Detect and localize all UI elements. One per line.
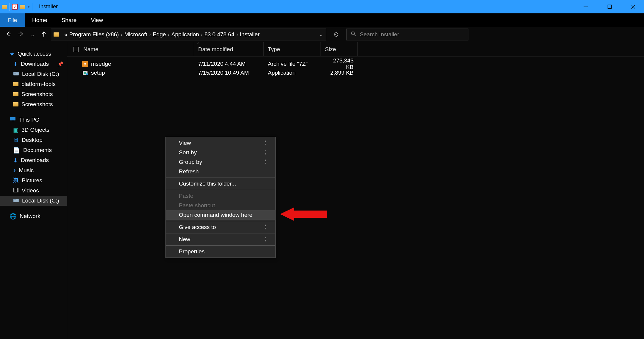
context-menu-separator [166, 178, 275, 178]
breadcrumb-prefix[interactable]: « [64, 31, 68, 38]
context-menu-label: Customize this folder... [179, 181, 236, 187]
column-label: Type [268, 46, 280, 53]
context-menu-label: Paste shortcut [179, 202, 215, 209]
sidebar-item-screenshots[interactable]: Screenshots [0, 99, 67, 109]
context-menu-label: Refresh [179, 168, 199, 175]
context-menu-item[interactable]: Open command window here [166, 210, 275, 220]
search-icon [351, 31, 356, 38]
column-type[interactable]: Type [264, 42, 321, 56]
folder-icon [13, 102, 18, 106]
file-type: Application [264, 70, 321, 76]
context-menu-item[interactable]: New〉 [166, 235, 275, 244]
nav-bar: ⌄ « Program Files (x86) › Microsoft › Ed… [0, 27, 644, 42]
context-menu-item[interactable]: View〉 [166, 138, 275, 148]
context-menu-item[interactable]: Give access to〉 [166, 222, 275, 232]
sidebar-label: Quick access [18, 51, 51, 57]
chevron-right-icon: 〉 [264, 149, 270, 156]
search-box[interactable]: Search Installer [346, 29, 468, 40]
ribbon-share[interactable]: Share [54, 13, 84, 27]
column-size[interactable]: Size [321, 42, 358, 56]
back-button[interactable] [5, 31, 12, 39]
sidebar-item-downloads[interactable]: ⬇ Downloads [0, 155, 67, 165]
svg-rect-6 [13, 72, 19, 75]
recent-dropdown[interactable]: ⌄ [30, 31, 35, 38]
context-menu-label: Give access to [179, 224, 216, 230]
svg-point-13 [84, 72, 86, 74]
sidebar-item-downloads[interactable]: ⬇ Downloads 📌 [0, 59, 67, 69]
sidebar-label: This PC [19, 117, 39, 123]
sidebar-item-platformtools[interactable]: platform-tools [0, 79, 67, 89]
properties-icon[interactable]: ✓ [12, 4, 18, 10]
3d-icon: ▣ [13, 127, 18, 134]
context-menu-item[interactable]: Sort by〉 [166, 148, 275, 157]
file-type: Archive file "7Z" [264, 61, 321, 67]
sidebar-label: Music [19, 167, 34, 174]
select-all-checkbox[interactable] [73, 47, 79, 52]
sidebar-item-screenshots[interactable]: Screenshots [0, 89, 67, 99]
file-row[interactable]: & msedge 7/11/2020 4:44 AM Archive file … [67, 59, 644, 68]
context-menu-separator [166, 190, 275, 190]
sidebar-this-pc[interactable]: This PC [0, 115, 67, 125]
context-menu-item: Paste shortcut [166, 201, 275, 210]
column-label: Size [325, 46, 336, 53]
svg-line-5 [354, 34, 356, 36]
file-size: 273,343 KB [321, 57, 358, 70]
window-title: Installer [39, 4, 58, 10]
context-menu-item[interactable]: Refresh [166, 167, 275, 176]
sidebar-item-desktop[interactable]: 🖥 Desktop [0, 135, 67, 145]
forward-button[interactable] [18, 31, 24, 39]
sidebar-item-3dobjects[interactable]: ▣ 3D Objects [0, 125, 67, 135]
ribbon-file[interactable]: File [0, 13, 25, 27]
maximize-button[interactable] [604, 2, 615, 11]
context-menu-item[interactable]: Group by〉 [166, 157, 275, 167]
disk-icon [13, 71, 19, 77]
breadcrumb-seg[interactable]: Application [171, 31, 199, 38]
sidebar-item-localdisk[interactable]: Local Disk (C:) [0, 196, 67, 206]
svg-marker-15 [280, 207, 327, 221]
sidebar-item-documents[interactable]: 📄 Documents [0, 145, 67, 155]
pictures-icon: 🖼 [13, 177, 19, 184]
sidebar-network[interactable]: 🌐 Network [0, 211, 67, 221]
context-menu-label: Properties [179, 248, 205, 255]
context-menu-item[interactable]: Properties [166, 247, 275, 256]
ribbon-home[interactable]: Home [25, 13, 54, 27]
context-menu-separator [166, 245, 275, 246]
file-row[interactable]: setup 7/15/2020 10:49 AM Application 2,8… [67, 68, 644, 77]
minimize-button[interactable] [580, 2, 592, 11]
sidebar-item-pictures[interactable]: 🖼 Pictures [0, 175, 67, 186]
svg-rect-7 [14, 73, 16, 73]
sidebar-item-videos[interactable]: 🎞 Videos [0, 186, 67, 196]
sidebar-item-localdisk[interactable]: Local Disk (C:) [0, 69, 67, 79]
refresh-button[interactable] [330, 29, 342, 40]
sidebar-quick-access[interactable]: ★ Quick access [0, 49, 67, 59]
chevron-right-icon: › [236, 31, 238, 38]
breadcrumb-seg[interactable]: Edge [153, 31, 166, 38]
ribbon-menu: File Home Share View [0, 13, 644, 27]
breadcrumb-seg[interactable]: 83.0.478.64 [204, 31, 234, 38]
svg-rect-11 [14, 200, 16, 200]
breadcrumb[interactable]: « Program Files (x86) › Microsoft › Edge… [51, 29, 326, 40]
sidebar-item-music[interactable]: ♪ Music [0, 165, 67, 175]
sidebar-label: Downloads [21, 157, 49, 164]
column-name[interactable]: Name [67, 42, 194, 56]
qat-icons: ✓ ▾ [2, 3, 30, 11]
up-button[interactable] [41, 31, 47, 38]
breadcrumb-seg[interactable]: Program Files (x86) [69, 31, 119, 38]
breadcrumb-seg[interactable]: Microsoft [124, 31, 147, 38]
close-button[interactable] [627, 2, 639, 11]
context-menu-label: Open command window here [179, 212, 252, 218]
breadcrumb-dropdown[interactable]: ⌄ [319, 31, 323, 38]
star-icon: ★ [10, 51, 15, 57]
breadcrumb-seg[interactable]: Installer [240, 31, 260, 38]
chevron-right-icon: 〉 [264, 236, 270, 243]
context-menu-item[interactable]: Customize this folder... [166, 179, 275, 189]
chevron-right-icon: › [121, 31, 122, 38]
new-folder-icon[interactable] [20, 5, 25, 9]
disk-icon [13, 197, 19, 204]
column-date[interactable]: Date modified [194, 42, 264, 56]
ribbon-view[interactable]: View [84, 13, 110, 27]
chevron-right-icon: 〉 [264, 158, 270, 166]
folder-icon [54, 32, 59, 37]
chevron-right-icon: › [149, 31, 151, 38]
qat-dropdown-icon[interactable]: ▾ [28, 4, 30, 9]
